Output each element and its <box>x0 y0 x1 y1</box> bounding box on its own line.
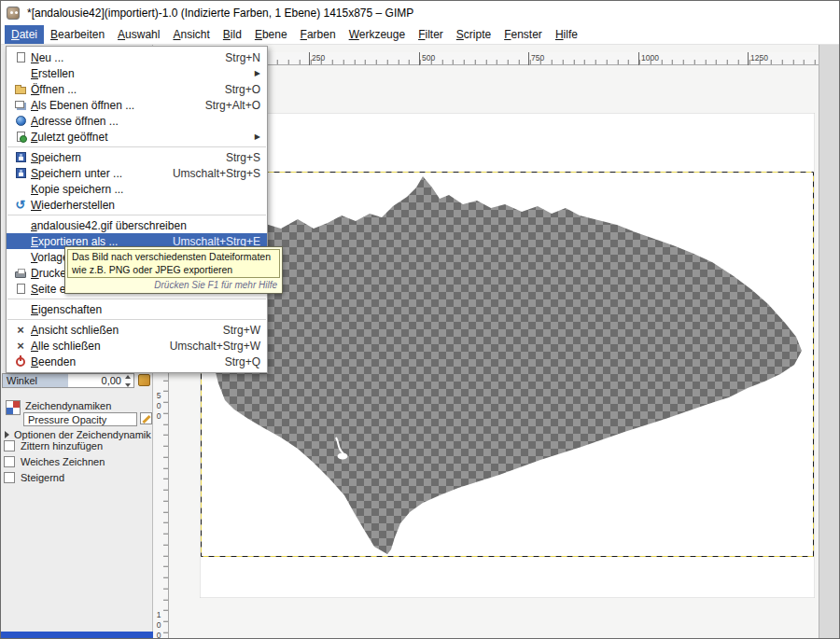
canvas-image[interactable] <box>200 113 815 598</box>
expander-triangle-icon <box>5 431 9 438</box>
h-ruler-label: 1000 <box>641 53 659 63</box>
menu-item-ansicht-schliessen[interactable]: Ansicht schließen Strg+W <box>7 322 267 338</box>
new-document-icon <box>17 52 25 63</box>
dynamics-select[interactable]: Pressure Opacity <box>23 412 137 426</box>
gimp-window: *[andalousie42](importiert)-1.0 (Indizie… <box>0 0 840 639</box>
edit-dynamics-icon[interactable] <box>140 412 152 424</box>
menubar-item-hilfe[interactable]: Hilfe <box>549 25 584 44</box>
tooltip-text: Das Bild nach verschiedensten Dateiforma… <box>67 249 280 278</box>
incremental-checkbox[interactable] <box>4 472 15 483</box>
spin-up-icon[interactable] <box>125 375 131 379</box>
menu-item-als-ebenen-oeffnen[interactable]: Als Ebenen öffnen ... Strg+Alt+O <box>7 97 267 113</box>
menu-separator <box>7 299 266 299</box>
web-address-icon <box>16 116 26 126</box>
menu-separator <box>7 146 266 147</box>
right-gutter <box>819 45 839 638</box>
open-as-layers-icon <box>15 101 24 108</box>
quit-icon <box>16 357 25 367</box>
menu-separator <box>7 319 266 320</box>
angle-value: 0,00 <box>102 375 121 386</box>
h-ruler-label: 750 <box>531 53 544 63</box>
menu-item-oeffnen[interactable]: Öffnen ... Strg+O <box>7 81 267 97</box>
angle-slider[interactable]: Winkel 0,00 <box>2 373 134 388</box>
dynamics-section-label: Zeichendynamiken <box>25 400 111 411</box>
submenu-arrow-icon: ▶ <box>255 132 260 141</box>
menu-item-beenden[interactable]: Beenden Strg+Q <box>7 354 267 369</box>
page-setup-icon <box>17 284 25 294</box>
file-menu-dropdown: Neu ... Strg+N Erstellen ▶ Öffnen ... St… <box>6 46 268 373</box>
taskbar-sliver <box>1 632 153 638</box>
v-ruler-label: 1000 <box>154 610 163 639</box>
revert-icon <box>16 199 26 212</box>
h-ruler-label: 1250 <box>750 53 768 63</box>
smooth-stroke-checkbox[interactable] <box>4 456 15 467</box>
print-icon <box>15 271 26 278</box>
open-folder-icon <box>15 87 26 94</box>
menubar-item-fenster[interactable]: Fenster <box>497 25 549 44</box>
menubar-item-datei[interactable]: Datei <box>5 25 44 44</box>
menubar-item-werkzeuge[interactable]: Werkzeuge <box>343 25 412 44</box>
jitter-checkbox-row[interactable]: Zittern hinzufügen <box>4 440 103 451</box>
menu-item-eigenschaften[interactable]: Eigenschaften <box>7 301 267 317</box>
menubar-item-ebene[interactable]: Ebene <box>248 25 294 44</box>
angle-label: Winkel <box>7 375 37 386</box>
menubar-item-scripte[interactable]: Scripte <box>450 25 497 44</box>
save-as-icon <box>16 168 26 178</box>
menubar-item-farben[interactable]: Farben <box>294 25 343 44</box>
h-ruler-label: 250 <box>312 53 325 63</box>
menu-item-speichern-unter[interactable]: Speichern unter ... Umschalt+Strg+S <box>7 165 267 181</box>
gimp-app-icon[interactable] <box>7 7 20 20</box>
menu-item-alle-schliessen[interactable]: Alle schließen Umschalt+Strg+W <box>7 338 267 354</box>
title-bar[interactable]: *[andalousie42](importiert)-1.0 (Indizie… <box>1 1 839 25</box>
menubar-item-bild[interactable]: Bild <box>217 25 248 44</box>
menubar-item-auswahl[interactable]: Auswahl <box>111 25 166 44</box>
menubar-item-ansicht[interactable]: Ansicht <box>166 25 216 44</box>
jitter-label: Zittern hinzufügen <box>21 440 103 451</box>
menu-item-neu[interactable]: Neu ... Strg+N <box>7 49 267 65</box>
menu-item-adresse-oeffnen[interactable]: Adresse öffnen ... <box>7 113 267 129</box>
menu-separator <box>7 215 266 215</box>
window-title: *[andalousie42](importiert)-1.0 (Indizie… <box>27 7 413 20</box>
recent-files-icon <box>17 132 25 142</box>
menu-item-kopie-speichern[interactable]: Kopie speichern ... <box>7 181 267 197</box>
incremental-checkbox-row[interactable]: Steigernd <box>4 472 64 483</box>
angle-extra-icon[interactable] <box>138 374 150 386</box>
close-all-icon <box>17 340 24 353</box>
angle-spinner[interactable] <box>123 375 133 387</box>
menu-item-zuletzt-geoeffnet[interactable]: Zuletzt geöffnet ▶ <box>7 129 267 145</box>
smooth-stroke-checkbox-row[interactable]: Weiches Zeichnen <box>4 456 105 467</box>
save-icon <box>16 152 26 162</box>
jitter-checkbox[interactable] <box>4 440 15 451</box>
dynamics-options-label: Optionen der Zeichendynamik <box>14 429 151 440</box>
menu-item-erstellen[interactable]: Erstellen ▶ <box>7 65 267 81</box>
canvas-hole <box>338 453 348 460</box>
smooth-stroke-label: Weiches Zeichnen <box>21 456 105 467</box>
close-view-icon <box>17 324 24 337</box>
submenu-arrow-icon: ▶ <box>255 69 260 77</box>
menubar-item-filter[interactable]: Filter <box>412 25 450 44</box>
menu-item-speichern[interactable]: Speichern Strg+S <box>7 149 267 165</box>
menu-item-wiederherstellen[interactable]: Wiederherstellen <box>7 197 267 213</box>
h-ruler-label: 500 <box>422 53 435 63</box>
export-tooltip: Das Bild nach verschiedensten Dateiforma… <box>64 246 283 294</box>
menu-bar: Datei Bearbeiten Auswahl Ansicht Bild Eb… <box>1 25 839 45</box>
menu-item-overwrite[interactable]: andalousie42.gif überschreiben <box>7 217 267 233</box>
dynamics-options-expander[interactable]: Optionen der Zeichendynamik <box>5 429 151 440</box>
tooltip-hint: Drücken Sie F1 für mehr Hilfe <box>67 278 280 291</box>
v-ruler-label: 500 <box>154 391 163 422</box>
spin-down-icon[interactable] <box>125 383 131 387</box>
paint-dynamics-icon[interactable] <box>6 400 21 415</box>
incremental-label: Steigernd <box>21 472 64 483</box>
menubar-item-bearbeiten[interactable]: Bearbeiten <box>44 25 111 44</box>
